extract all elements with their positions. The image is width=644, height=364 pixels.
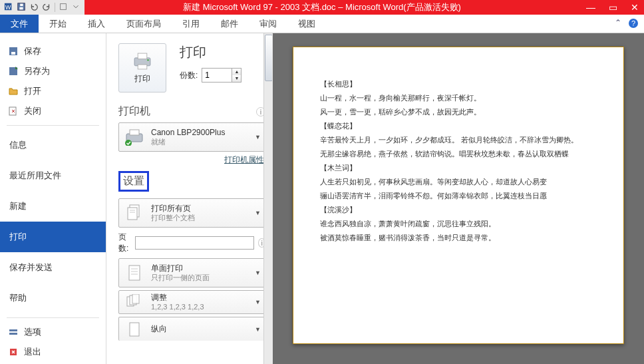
redo-icon[interactable] bbox=[42, 2, 51, 13]
undo-icon[interactable] bbox=[29, 2, 39, 13]
chevron-down-icon: ▼ bbox=[255, 270, 261, 276]
chevron-down-icon: ▼ bbox=[255, 210, 261, 216]
printer-combo[interactable]: Canon LBP2900Plus就绪 ▼ bbox=[118, 122, 265, 152]
minimize-icon[interactable]: — bbox=[586, 2, 595, 13]
svg-rect-12 bbox=[9, 329, 17, 331]
pages-label: 页数: bbox=[118, 232, 131, 254]
tab-insert[interactable]: 插入 bbox=[77, 15, 116, 33]
svg-rect-11 bbox=[9, 107, 16, 115]
nav-open[interactable]: 打开 bbox=[0, 81, 106, 101]
maximize-icon[interactable]: ▭ bbox=[609, 2, 617, 13]
poem-block: 【木兰词】 人生若只如初见，何事秋风悲画扇。等闲变却故人心，却道故人心易变 骊山… bbox=[320, 163, 597, 201]
svg-rect-16 bbox=[138, 53, 147, 59]
close-icon[interactable]: ✕ bbox=[631, 2, 639, 13]
nav-options[interactable]: 选项 bbox=[0, 322, 106, 342]
print-button[interactable]: 打印 bbox=[118, 43, 166, 92]
nav-exit[interactable]: 退出 bbox=[0, 342, 106, 362]
print-heading: 打印 bbox=[180, 43, 242, 61]
printer-name: Canon LBP2900Plus bbox=[151, 128, 249, 137]
nav-new[interactable]: 新建 bbox=[0, 191, 106, 222]
svg-rect-17 bbox=[138, 65, 147, 69]
printer-heading: 打印机 bbox=[118, 104, 150, 118]
svg-text:?: ? bbox=[631, 19, 635, 27]
tab-references[interactable]: 引用 bbox=[172, 15, 210, 33]
spin-up-icon[interactable]: ▲ bbox=[232, 69, 241, 75]
svg-rect-32 bbox=[132, 294, 139, 303]
title-bar: W 新建 Microsoft Word 97 - 2003 文档.doc – M… bbox=[0, 0, 644, 15]
print-preview: 【长相思】 山一程，水一程，身向榆关那畔行，夜深千帐灯。 风一更，雪一更，聒碎乡… bbox=[273, 33, 644, 364]
nav-recent[interactable]: 最近所用文件 bbox=[0, 160, 106, 191]
copies-spinner[interactable]: ▲▼ bbox=[202, 68, 242, 83]
svg-rect-4 bbox=[20, 3, 23, 6]
pages-icon bbox=[123, 204, 146, 222]
pages-input[interactable] bbox=[135, 236, 254, 250]
window-title: 新建 Microsoft Word 97 - 2003 文档.doc – Mic… bbox=[0, 1, 644, 13]
svg-rect-13 bbox=[9, 333, 17, 335]
portrait-icon bbox=[123, 321, 146, 337]
settings-heading: 设置 bbox=[118, 171, 149, 192]
nav-save[interactable]: 保存 bbox=[0, 41, 106, 61]
nav-help[interactable]: 帮助 bbox=[0, 283, 106, 313]
poem-block: 【蝶恋花】 辛苦最怜天上月，一夕如环，夕夕都成珏。 若似月轮终皎洁，不辞冰雪为卿… bbox=[320, 121, 597, 159]
qat-dropdown-icon[interactable] bbox=[71, 2, 80, 13]
printer-icon bbox=[123, 128, 146, 146]
preview-page: 【长相思】 山一程，水一程，身向榆关那畔行，夜深千帐灯。 风一更，雪一更，聒碎乡… bbox=[293, 47, 624, 344]
tab-review[interactable]: 审阅 bbox=[249, 15, 287, 33]
tab-home[interactable]: 开始 bbox=[39, 15, 77, 33]
svg-rect-20 bbox=[130, 130, 139, 135]
word-app-icon: W bbox=[4, 2, 13, 13]
copies-input[interactable] bbox=[202, 69, 232, 82]
chevron-down-icon: ▼ bbox=[255, 299, 261, 305]
print-panel: 打印 打印 份数: ▲▼ 打印机i Canon LBP2900Plus就绪 ▼ … bbox=[106, 33, 273, 364]
help-icon[interactable]: ? bbox=[628, 18, 639, 31]
orientation-combo[interactable]: 纵向 ▼ bbox=[118, 317, 265, 341]
printer-status: 就绪 bbox=[151, 138, 249, 146]
ribbon-collapse-icon[interactable]: ⌃ bbox=[615, 18, 621, 31]
tab-layout[interactable]: 页面布局 bbox=[116, 15, 172, 33]
scrollbar[interactable] bbox=[263, 33, 273, 364]
nav-saveas[interactable]: 另存为 bbox=[0, 61, 106, 81]
svg-rect-33 bbox=[130, 323, 139, 336]
single-side-icon bbox=[123, 264, 146, 282]
spin-down-icon[interactable]: ▼ bbox=[232, 75, 241, 82]
chevron-down-icon: ▼ bbox=[255, 326, 261, 333]
qat-more-icon[interactable] bbox=[59, 2, 68, 13]
tab-file[interactable]: 文件 bbox=[0, 15, 39, 33]
tab-view[interactable]: 视图 bbox=[287, 15, 326, 33]
svg-point-18 bbox=[147, 59, 149, 61]
nav-print[interactable]: 打印 bbox=[0, 222, 106, 252]
tab-mail[interactable]: 邮件 bbox=[210, 15, 249, 33]
print-button-label: 打印 bbox=[134, 73, 150, 85]
nav-send[interactable]: 保存并发送 bbox=[0, 252, 106, 283]
poem-block: 【长相思】 山一程，水一程，身向榆关那畔行，夜深千帐灯。 风一更，雪一更，聒碎乡… bbox=[320, 79, 597, 117]
svg-rect-23 bbox=[128, 208, 137, 220]
save-icon[interactable] bbox=[17, 2, 26, 13]
collate-icon bbox=[123, 294, 146, 310]
chevron-down-icon: ▼ bbox=[255, 134, 261, 140]
copies-label: 份数: bbox=[180, 70, 198, 81]
nav-close[interactable]: 关闭 bbox=[0, 101, 106, 121]
backstage: 保存 另存为 打开 关闭 信息 最近所用文件 新建 打印 保存并发送 帮助 选项… bbox=[0, 33, 644, 364]
window-controls: — ▭ ✕ bbox=[586, 2, 639, 13]
svg-rect-3 bbox=[19, 7, 23, 9]
collate-combo[interactable]: 调整1,2,3 1,2,3 1,2,3 ▼ bbox=[118, 290, 265, 314]
quick-access-toolbar: W bbox=[0, 0, 84, 15]
svg-text:W: W bbox=[5, 3, 11, 10]
nav-info[interactable]: 信息 bbox=[0, 130, 106, 160]
poem-block: 【浣溪沙】 谁念西风独自凉，萧萧黄叶闭疏窗，沉思往事立残阳。 被酒莫惊春睡重，赌… bbox=[320, 205, 597, 243]
duplex-combo[interactable]: 单面打印只打印一侧的页面 ▼ bbox=[118, 258, 265, 287]
backstage-nav: 保存 另存为 打开 关闭 信息 最近所用文件 新建 打印 保存并发送 帮助 选项… bbox=[0, 33, 106, 364]
svg-rect-5 bbox=[61, 3, 67, 9]
svg-rect-26 bbox=[129, 266, 140, 280]
svg-rect-9 bbox=[11, 52, 15, 55]
printer-properties-link[interactable]: 打印机属性 bbox=[118, 154, 264, 166]
ribbon: 文件 开始 插入 页面布局 引用 邮件 审阅 视图 ⌃ ? bbox=[0, 15, 644, 33]
print-range-combo[interactable]: 打印所有页打印整个文档 ▼ bbox=[118, 198, 265, 228]
